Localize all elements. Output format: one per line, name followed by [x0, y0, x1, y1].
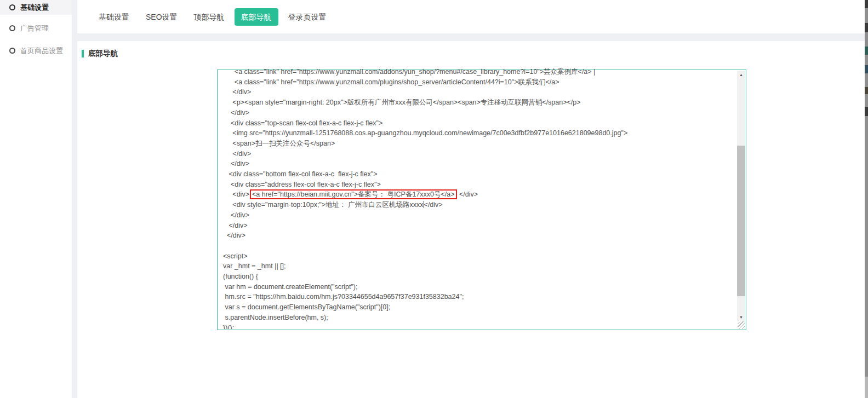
code-line: var s = document.getElementsByTagName("s…: [223, 302, 736, 313]
footer-nav-code-textarea[interactable]: <a class="link" href="https://www.yunzma…: [217, 70, 746, 330]
code-line: </div>: [223, 87, 736, 97]
edge-fragment-icon: [865, 0, 868, 8]
radio-circle-icon: [9, 25, 15, 31]
edge-fragment-icon: [865, 65, 868, 73]
code-line: </div>: [223, 159, 736, 169]
code-line: <div class="top-scan flex-col flex-a-c f…: [223, 118, 736, 129]
code-line: <p><span style="margin-right: 20px">版权所有…: [223, 97, 736, 108]
code-line: <div><a href="https://beian.miit.gov.cn"…: [223, 189, 736, 200]
sidebar-item-label: 首页商品设置: [20, 46, 63, 56]
red-annotation-box: <a href="https://beian.miit.gov.cn">备案号：…: [250, 189, 457, 199]
section-header: 底部导航: [82, 49, 865, 59]
tab-2[interactable]: 顶部导航: [187, 8, 231, 26]
section-title: 底部导航: [88, 49, 118, 59]
section-accent-bar: [82, 50, 84, 57]
code-line: <div style="margin-top:10px;">地址： 广州市白云区…: [223, 200, 736, 210]
code-text: </div>: [458, 191, 478, 198]
code-line: </div>: [223, 230, 736, 241]
code-line: })();: [223, 323, 736, 329]
code-text: <div>: [223, 191, 249, 198]
code-line: <a class="link" href="https://www.yunzma…: [223, 77, 736, 88]
sidebar-item-0[interactable]: 基础设置: [0, 0, 72, 15]
sidebar: 基础设置广告管理首页商品设置: [0, 0, 72, 398]
code-line: <img src="https://yunzmall-1251768088.co…: [223, 128, 736, 139]
sidebar-item-2[interactable]: 首页商品设置: [0, 43, 72, 58]
radio-circle-icon: [9, 48, 15, 54]
edge-fragment-icon: [865, 377, 868, 398]
code-line: s.parentNode.insertBefore(hm, s);: [223, 313, 736, 323]
code-line: <span>扫一扫关注公众号</span>: [223, 139, 736, 149]
code-line: </div>: [223, 221, 736, 231]
tab-bar: 基础设置SEO设置顶部导航底部导航登录页设置: [77, 0, 865, 33]
code-line: </div>: [223, 210, 736, 221]
tab-4[interactable]: 登录页设置: [282, 8, 333, 26]
editor-scrollbar[interactable]: ▲ ▼: [737, 71, 745, 321]
code-line: var hm = document.createElement("script"…: [223, 282, 736, 292]
sidebar-item-1[interactable]: 广告管理: [0, 21, 72, 36]
code-line: <a class="link" href="https://www.yunzma…: [223, 67, 736, 77]
code-content: <a class="link" href="https://www.yunzma…: [218, 67, 736, 329]
tab-0[interactable]: 基础设置: [92, 8, 136, 26]
code-line: (function() {: [223, 272, 736, 282]
code-line: <div class="bottom flex-col flex-a-c fle…: [223, 169, 736, 180]
code-line: <script>: [223, 251, 736, 262]
edge-fragment-icon: [865, 23, 868, 32]
code-text: </div>: [424, 201, 443, 209]
code-line: </div>: [223, 149, 736, 159]
code-line: [223, 241, 736, 251]
tab-3-active[interactable]: 底部导航: [235, 8, 278, 26]
code-text: <div style="margin-top:10px;">地址： 广州市白云区…: [223, 201, 424, 209]
edge-fragment-icon: [865, 47, 868, 55]
edge-fragment-icon: [865, 87, 868, 94]
tab-1[interactable]: SEO设置: [139, 8, 184, 26]
code-line: <div class="address flex-col flex-a-c fl…: [223, 180, 736, 190]
scroll-down-icon[interactable]: ▼: [737, 313, 745, 321]
code-line: </div>: [223, 108, 736, 118]
sidebar-item-label: 广告管理: [20, 24, 49, 33]
code-line: hm.src = "https://hm.baidu.com/hm.js?033…: [223, 292, 736, 302]
scroll-up-icon[interactable]: ▲: [737, 71, 745, 79]
sidebar-item-label: 基础设置: [20, 3, 49, 13]
window-edge-strip: [865, 0, 868, 398]
radio-circle-icon: [9, 4, 15, 10]
code-line: var _hmt = _hmt || [];: [223, 261, 736, 272]
edge-fragment-icon: [865, 107, 868, 116]
textarea-resize-grip-icon[interactable]: [738, 321, 745, 329]
scrollbar-thumb[interactable]: [737, 146, 745, 296]
